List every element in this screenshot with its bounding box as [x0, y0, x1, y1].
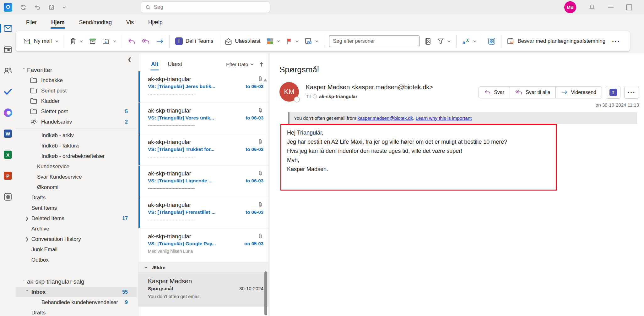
delete-button[interactable] — [67, 35, 86, 47]
archive-button[interactable] — [86, 36, 99, 47]
folder-item-sent-items[interactable]: Sent Items — [16, 203, 137, 213]
sender-email-link[interactable]: kasper.madsen@biotek.dk — [357, 115, 413, 121]
chevron-down-icon[interactable] — [62, 6, 66, 8]
folder-item-outbox[interactable]: Outbox — [16, 255, 137, 265]
forward-button[interactable] — [153, 36, 166, 47]
filter-tab-unread[interactable]: Ulæst — [168, 61, 182, 68]
search-icon — [145, 5, 151, 10]
powerpoint-app-icon[interactable]: P — [3, 171, 13, 180]
tab-hjaelp[interactable]: Hjælp — [143, 16, 168, 29]
folder-item-indkob-ordrebekraeftelser[interactable]: Indkøb - ordrebekræftelser — [16, 151, 137, 161]
scroll-up-icon[interactable] — [263, 79, 267, 81]
calendar-app-icon[interactable] — [3, 45, 13, 54]
word-app-icon[interactable]: W — [3, 129, 13, 138]
account-header[interactable]: ˇ ak-skp-triangular-salg — [16, 276, 137, 287]
tab-vis[interactable]: Vis — [121, 16, 139, 29]
reply-button[interactable]: Svar — [479, 87, 510, 98]
folder-item-okonomi[interactable]: Økonomi — [16, 182, 137, 192]
folder-item-indkob-arkiv[interactable]: Indkøb - arkiv — [16, 130, 137, 141]
message-row[interactable]: ak-skp-triangular VS: [Triangulär] Frems… — [138, 197, 268, 229]
group-header-older[interactable]: Ældre — [138, 262, 268, 273]
more-apps-icon[interactable] — [3, 192, 13, 202]
mail-app-icon[interactable] — [3, 24, 13, 33]
move-to-button[interactable] — [100, 36, 119, 47]
read-unread-button[interactable]: Ulæst/læst — [222, 36, 263, 47]
folder-item-kladder[interactable]: Kladder — [16, 96, 137, 106]
categorize-button[interactable] — [264, 35, 283, 47]
unread-indicator — [138, 166, 140, 197]
message-row[interactable]: ak-skp-triangular VS: [Triangulär] Vores… — [138, 103, 268, 134]
sort-direction-icon[interactable] — [259, 62, 263, 67]
tab-hjem[interactable]: Hjem — [46, 16, 70, 29]
folder-item-account-drafts[interactable]: Drafts — [16, 308, 137, 316]
tab-filer[interactable]: Filer — [20, 16, 42, 29]
apps-button[interactable] — [485, 35, 498, 47]
folder-item-conversation-history[interactable]: ❯ Conversation History — [16, 234, 137, 244]
undo-icon[interactable] — [35, 4, 41, 10]
excel-app-icon[interactable]: X — [3, 150, 13, 159]
message-more-actions-button[interactable]: ··· — [624, 86, 639, 99]
favorites-header[interactable]: ˇ Favoritter — [16, 65, 137, 75]
sender-avatar[interactable]: KM — [279, 82, 299, 102]
people-search-input[interactable]: Søg efter personer — [329, 35, 419, 47]
reply-with-scheduling-poll-button[interactable]: Besvar med planlægningsafstemning — [504, 35, 608, 47]
message-row[interactable]: ak-skp-triangular VS: [Triangulär] Jeres… — [138, 71, 268, 103]
folder-item-slettet-post[interactable]: Slettet post 5 — [16, 106, 137, 117]
translate-button[interactable]: a — [459, 35, 479, 47]
reply-button[interactable] — [125, 36, 138, 47]
folder-item-behandlede-kundehenvendelser[interactable]: Behandlede kundehenvendelser 9 — [16, 297, 137, 308]
folder-item-inbox-selected[interactable]: ˇ Inbox 55 — [16, 287, 137, 297]
folder-pane: ❮ ˇ Favoritter Indbakke Sendt post Kladd… — [16, 53, 137, 316]
address-book-button[interactable] — [422, 35, 434, 47]
message-row-selected[interactable]: Kasper Madsen Spørgsmål30-10-2024 You do… — [138, 273, 268, 307]
notifications-bell-icon[interactable] — [589, 4, 595, 11]
to-label: Til — [306, 94, 311, 99]
forward-button[interactable]: Videresend — [555, 87, 602, 98]
filter-tab-all[interactable]: Alt — [151, 61, 158, 68]
folder-item-deleted-items[interactable]: ❯ Deleted Items17 — [16, 213, 137, 224]
minimize-icon[interactable] — [608, 7, 614, 8]
learn-why-link[interactable]: Learn why this is important — [416, 115, 472, 121]
collapse-pane-icon[interactable]: ❮ — [127, 57, 132, 62]
message-row[interactable]: ak-skp-triangular VS: [Triangulär] Trukk… — [138, 134, 268, 166]
reply-all-icon — [515, 90, 522, 95]
loop-app-icon[interactable] — [3, 108, 13, 117]
list-scrollbar-thumb[interactable] — [264, 271, 267, 315]
chevron-down-icon: ˇ — [25, 290, 29, 294]
account-avatar[interactable]: MB — [564, 1, 576, 13]
message-row[interactable]: ak-skp-triangular VS: [Triangulär] Googl… — [138, 229, 268, 262]
filter-button[interactable] — [435, 36, 453, 47]
flag-button[interactable] — [284, 36, 301, 47]
tasks-clipboard-icon[interactable] — [49, 4, 54, 10]
body-line: Mvh, — [287, 156, 550, 165]
rules-button[interactable] — [302, 35, 321, 47]
tab-send-modtag[interactable]: Send/modtag — [73, 16, 117, 29]
sender-name-email[interactable]: Kasper Madsen <kasper.madsen@biotek.dk> — [306, 84, 433, 91]
folder-item-kundeservice[interactable]: Kundeservice — [16, 161, 137, 172]
folder-item-indbakke[interactable]: Indbakke — [16, 75, 137, 86]
folder-item-svar-kundeservice[interactable]: Svar Kundeservice — [16, 172, 137, 182]
sort-by-date-button[interactable]: Efter Dato — [226, 62, 254, 67]
folder-item-drafts[interactable]: Drafts — [16, 192, 137, 203]
todo-app-icon[interactable] — [3, 87, 13, 96]
people-app-icon[interactable] — [3, 66, 13, 75]
folder-icon — [30, 108, 37, 114]
share-to-teams-button[interactable]: T — [606, 86, 620, 99]
folder-item-handelsarkiv[interactable]: Handelsarkiv 2 — [16, 117, 137, 127]
toolbar-more-button[interactable]: ··· — [609, 38, 623, 45]
reply-all-button[interactable] — [139, 36, 153, 47]
new-mail-button[interactable]: Ny mail — [21, 35, 61, 47]
to-recipient[interactable]: ak-skp-triangular — [319, 94, 357, 99]
search-input[interactable]: Søg — [141, 2, 270, 13]
folder-item-archive[interactable]: Archive — [16, 224, 137, 234]
message-row[interactable]: ak-skp-triangular VS: [Triangulär] Ligne… — [138, 166, 268, 197]
reply-icon — [128, 38, 135, 44]
chevron-down-icon — [144, 266, 148, 269]
folder-item-sendt-post[interactable]: Sendt post — [16, 86, 137, 96]
folder-item-junk-email[interactable]: Junk Email — [16, 244, 137, 255]
sync-icon[interactable] — [20, 4, 26, 10]
share-to-teams-button[interactable]: T Del i Teams — [172, 35, 216, 47]
reply-all-button[interactable]: Svar til alle — [510, 87, 555, 98]
maximize-icon[interactable] — [626, 4, 632, 10]
folder-item-indkob-faktura[interactable]: Indkøb - faktura — [16, 141, 137, 151]
